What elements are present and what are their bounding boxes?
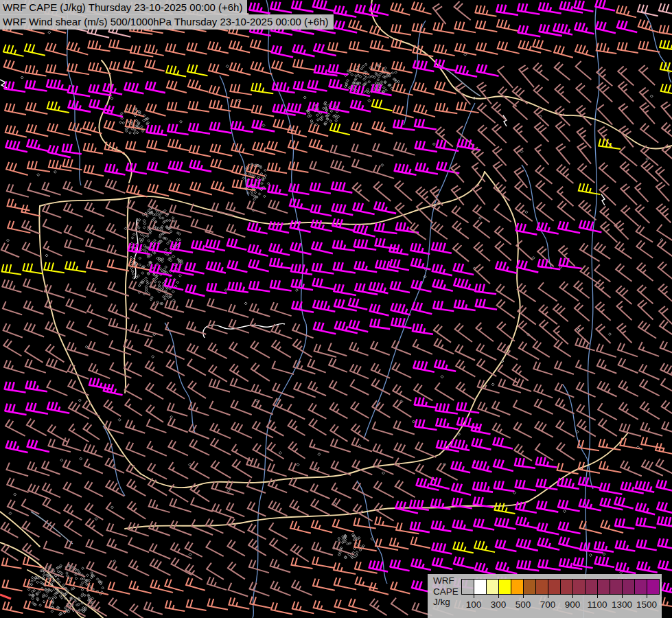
wind-barb: [495, 284, 519, 302]
wind-barb: [372, 121, 395, 134]
wind-barb: [658, 560, 672, 572]
wind-barb: [619, 423, 642, 436]
wind-barb: [86, 582, 109, 595]
wind-barb: [351, 437, 374, 452]
wind-barb: [329, 424, 352, 442]
wind-barb: [616, 322, 638, 343]
wind-barb: [596, 343, 618, 357]
wind-barb: [597, 402, 621, 420]
wind-barb: [106, 523, 129, 536]
wind-barb: [514, 202, 537, 221]
wind-barb: [393, 105, 415, 118]
wind-barb: [128, 559, 153, 575]
wind-barb: [575, 44, 596, 57]
wind-barb: [553, 23, 574, 35]
wind-barb: [616, 65, 639, 86]
wind-barb: [452, 483, 472, 495]
wind-barb: [229, 62, 252, 75]
wind-barb: [27, 161, 51, 172]
wind-barb: [146, 81, 167, 93]
wind-barb: [273, 119, 297, 131]
wind-barb: [617, 102, 640, 124]
wind-barb: [332, 518, 356, 531]
wind-barb: [329, 380, 351, 396]
legend-tick-label: 300: [491, 599, 507, 610]
wind-barb: [599, 461, 623, 472]
wind-barb: [354, 224, 377, 236]
wind-barb: [314, 343, 338, 357]
wind-barb: [575, 359, 598, 374]
wind-barb: [7, 198, 31, 210]
wind-barb: [415, 442, 439, 457]
wind-barb: [209, 422, 233, 438]
wind-barb: [495, 518, 517, 529]
wind-barb: [410, 243, 431, 254]
wind-barb: [83, 444, 104, 457]
wind-barb: [635, 225, 657, 242]
wind-barb: [390, 597, 413, 615]
wind-barb: [289, 477, 312, 492]
wind-barb: [308, 402, 329, 419]
wind-barb: [575, 104, 597, 125]
wind-barb: [533, 39, 553, 52]
wind-barb: [660, 363, 672, 379]
wind-barb: [107, 282, 131, 296]
wind-barb: [230, 84, 253, 95]
wind-barb: [209, 378, 231, 391]
wind-barb: [450, 185, 470, 205]
wind-barb: [207, 320, 229, 334]
wind-barb: [636, 299, 659, 320]
wind-barb: [126, 185, 148, 197]
wind-barb: [273, 398, 297, 414]
wind-barb: [636, 262, 658, 281]
legend-cell: [585, 579, 598, 595]
wind-barb: [411, 558, 432, 570]
wind-barb: [266, 420, 287, 436]
wind-barb: [3, 360, 26, 373]
wind-barb: [391, 362, 414, 378]
wind-barb: [104, 442, 126, 457]
wind-barb: [62, 437, 83, 450]
wind-barb: [453, 1, 476, 21]
wind-barb: [7, 499, 32, 516]
wind-barb: [372, 421, 395, 435]
wind-barb: [513, 400, 535, 415]
wind-barb: [391, 2, 412, 14]
wind-barb: [661, 144, 672, 165]
wind-barb: [65, 283, 88, 297]
wind-barb: [619, 183, 643, 205]
legend-cell: [511, 579, 524, 595]
wind-barb: [310, 161, 332, 174]
wind-barb: [127, 221, 150, 234]
wind-barb: [596, 380, 620, 396]
wind-barb: [82, 121, 103, 133]
wind-barb: [473, 481, 494, 492]
wind-barb: [67, 63, 90, 74]
wind-barb: [415, 419, 437, 430]
wind-barb: [617, 42, 638, 53]
wind-barb: [270, 280, 292, 291]
wind-barb: [312, 263, 335, 274]
wind-barb: [126, 163, 148, 174]
wind-barb: [46, 380, 70, 396]
wind-barb: [144, 323, 165, 336]
wind-barb: [185, 577, 207, 591]
wind-barb: [149, 558, 174, 575]
wind-barb: [105, 479, 128, 496]
legend-cell: [461, 579, 474, 595]
wind-barb: [491, 101, 512, 120]
wind-barb: [576, 404, 599, 420]
wind-barb: [557, 201, 581, 220]
wind-barb: [145, 59, 165, 71]
wind-barb: [330, 159, 353, 172]
wind-barb: [27, 439, 51, 452]
wind-barb: [638, 102, 661, 124]
legend-cell: [474, 579, 487, 595]
wind-barb: [313, 600, 337, 613]
wind-barb: [2, 301, 24, 314]
wind-barb: [108, 597, 132, 616]
wind-barb: [494, 459, 515, 471]
wind-barb: [390, 281, 410, 293]
wind-barb: [147, 139, 169, 151]
wind-barb: [65, 261, 86, 272]
